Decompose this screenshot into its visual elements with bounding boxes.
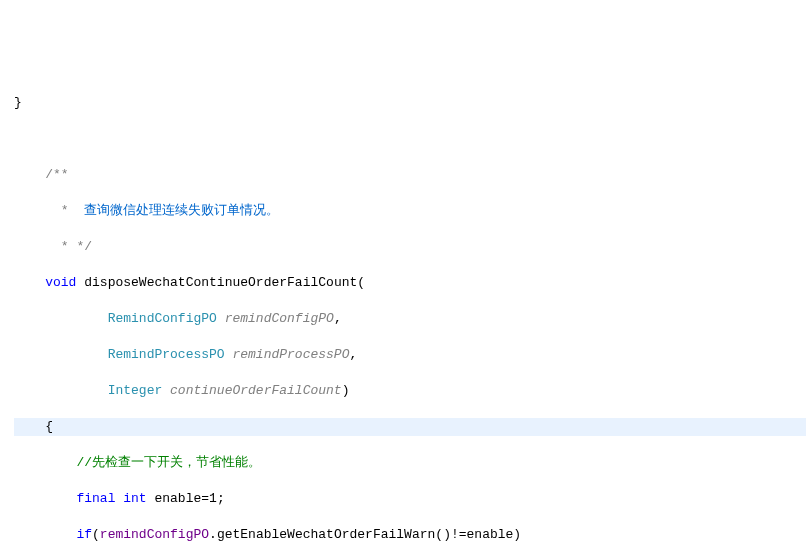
comment-line: //先检查一下开关，节省性能。 (14, 454, 806, 472)
param-line: Integer continueOrderFailCount) (14, 382, 806, 400)
code-line (14, 130, 806, 148)
code-line: } (14, 94, 806, 112)
code-line: final int enable=1; (14, 490, 806, 508)
doc-comment-close: * */ (14, 238, 806, 256)
doc-comment-open: /** (14, 166, 806, 184)
code-line: if(remindConfigPO.getEnableWechatOrderFa… (14, 526, 806, 544)
current-line: { (14, 418, 806, 436)
param-line: RemindProcessPO remindProcessPO, (14, 346, 806, 364)
method-signature: void disposeWechatContinueOrderFailCount… (14, 274, 806, 292)
code-editor[interactable]: } /** * 查询微信处理连续失败订单情况。 * */ void dispos… (0, 72, 806, 554)
doc-comment-line: * 查询微信处理连续失败订单情况。 (14, 202, 806, 220)
param-line: RemindConfigPO remindConfigPO, (14, 310, 806, 328)
